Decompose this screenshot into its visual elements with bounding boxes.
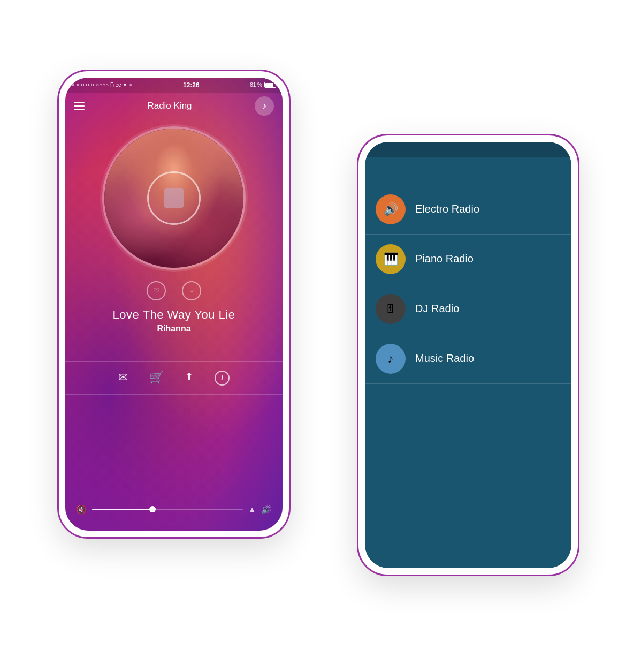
- hamburger-line-1: [74, 102, 85, 103]
- stop-button[interactable]: [164, 188, 184, 208]
- status-time: 12:26: [183, 81, 200, 89]
- song-artist: Rihanna: [65, 324, 283, 334]
- hamburger-line-2: [74, 105, 85, 107]
- airplay-icon[interactable]: ▲: [248, 505, 256, 514]
- dj-icon: 🎚: [376, 294, 406, 324]
- phone2-status-bar: [365, 142, 571, 157]
- music-note-button[interactable]: ♪: [255, 96, 274, 116]
- battery-icon: [264, 82, 276, 88]
- radio-list: 🔊 Electro Radio 🎹 Piano Radio 🎚 DJ Radio…: [365, 185, 571, 568]
- song-title: Love The Way You Lie: [65, 308, 283, 322]
- radio-item-piano[interactable]: 🎹 Piano Radio: [365, 235, 571, 284]
- bookmark-button[interactable]: ⌣: [182, 281, 201, 300]
- status-bar: ○○○○ Free ▾ ✳ 12:26 81 %: [65, 78, 283, 93]
- nav-title: Radio King: [147, 101, 192, 111]
- volume-up-button[interactable]: [57, 165, 59, 194]
- signal-dot-2: [77, 84, 79, 86]
- album-art[interactable]: [104, 129, 243, 268]
- album-area: [65, 129, 283, 268]
- album-center-ring: [147, 171, 201, 225]
- music-radio-label: Music Radio: [415, 352, 474, 365]
- controls-row: ♡ ⌣: [65, 281, 283, 300]
- piano-radio-label: Piano Radio: [415, 253, 474, 265]
- dj-radio-label: DJ Radio: [415, 303, 459, 315]
- progress-track[interactable]: [92, 509, 243, 510]
- phone2-screen: 🔊 Electro Radio 🎹 Piano Radio 🎚 DJ Radio…: [365, 142, 571, 568]
- envelope-button[interactable]: ✉: [118, 371, 128, 386]
- radio-item-dj[interactable]: 🎚 DJ Radio: [365, 284, 571, 334]
- signal-dot-1: [72, 84, 74, 86]
- info-button[interactable]: i: [215, 371, 230, 386]
- heart-button[interactable]: ♡: [147, 281, 166, 300]
- volume-off-icon: 🔇: [76, 504, 87, 515]
- carrier-label: ○○○○ Free: [96, 82, 121, 88]
- phone2-power-button[interactable]: [578, 237, 579, 275]
- cart-button[interactable]: 🛒: [149, 371, 164, 386]
- status-left: ○○○○ Free ▾ ✳: [72, 82, 133, 88]
- menu-button[interactable]: [74, 102, 85, 110]
- wifi-icon: ▾: [124, 82, 126, 88]
- power-button[interactable]: [289, 173, 291, 210]
- radio-item-electro[interactable]: 🔊 Electro Radio: [365, 185, 571, 235]
- action-row: ✉ 🛒 ⬆ i: [65, 361, 283, 395]
- signal-dot-5: [91, 84, 94, 86]
- share-button[interactable]: ⬆: [185, 371, 193, 386]
- hamburger-line-3: [74, 109, 85, 110]
- signal-dot-4: [86, 84, 89, 86]
- phone1-frame: ○○○○ Free ▾ ✳ 12:26 81 %: [59, 71, 289, 537]
- radio-item-music[interactable]: ♪ Music Radio: [365, 334, 571, 384]
- status-right: 81 %: [250, 82, 276, 88]
- signal-activity-icon: ✳: [128, 82, 133, 88]
- electro-radio-label: Electro Radio: [415, 203, 479, 215]
- progress-thumb[interactable]: [149, 506, 156, 512]
- electro-icon: 🔊: [376, 194, 406, 224]
- battery-pct-label: 81 %: [250, 82, 262, 88]
- piano-icon: 🎹: [376, 244, 406, 274]
- music-radio-icon: ♪: [376, 344, 406, 374]
- volume-on-icon: 🔊: [261, 504, 272, 515]
- phones-container: ○○○○ Free ▾ ✳ 12:26 81 %: [32, 28, 594, 644]
- mute-button[interactable]: [57, 135, 59, 157]
- battery-fill: [265, 83, 273, 87]
- volume-row: 🔇 ▲ 🔊: [76, 504, 272, 515]
- progress-fill: [92, 509, 152, 510]
- phone2-frame: 🔊 Electro Radio 🎹 Piano Radio 🎚 DJ Radio…: [358, 135, 578, 575]
- phone1-screen: ○○○○ Free ▾ ✳ 12:26 81 %: [65, 78, 283, 531]
- app-navbar: Radio King ♪: [65, 93, 283, 119]
- volume-down-button[interactable]: [57, 202, 59, 232]
- song-info: Love The Way You Lie Rihanna: [65, 308, 283, 334]
- signal-dot-3: [81, 84, 84, 86]
